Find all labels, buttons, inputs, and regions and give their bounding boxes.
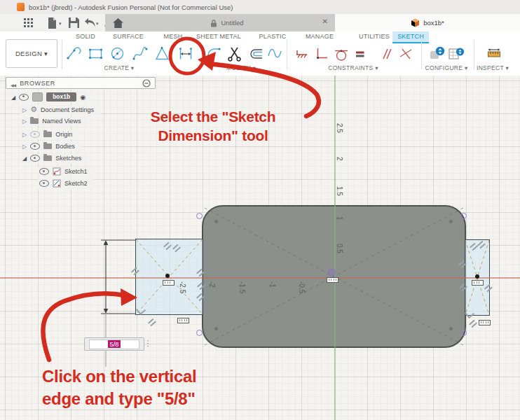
folder-icon (30, 118, 39, 124)
sketch-geometry-overlay (0, 76, 520, 420)
sketch-point[interactable] (196, 213, 203, 219)
symmetry-constraint-icon[interactable] (397, 45, 415, 63)
line-tool-icon[interactable] (65, 45, 83, 63)
expand-arrow-icon[interactable] (22, 155, 27, 162)
save-icon[interactable] (67, 16, 81, 29)
browser-header[interactable]: BROWSER (6, 77, 156, 89)
tab-sketch[interactable]: SKETCH (392, 31, 429, 43)
collapsed-arrow-icon[interactable] (22, 118, 27, 125)
parallel-constraint-icon[interactable] (377, 45, 395, 63)
corner-dot (449, 327, 453, 330)
collapsed-arrow-icon[interactable] (22, 131, 27, 138)
activate-radio-icon[interactable] (80, 94, 85, 101)
polygon-tool-icon[interactable] (153, 45, 172, 63)
circle-tool-icon[interactable] (109, 45, 127, 63)
dimension-glyph (479, 320, 491, 326)
root-component-label[interactable]: box1b (46, 92, 76, 102)
tab-utilities[interactable]: UTILITIES (359, 33, 390, 40)
collapsed-arrow-icon[interactable] (22, 106, 27, 113)
dimension-glyph (177, 318, 189, 323)
sketch-dimension-tool-icon[interactable] (177, 45, 195, 63)
browser-row-named-views[interactable]: Named Views (21, 117, 88, 126)
browser-row-sketch2[interactable]: Sketch2 (38, 178, 94, 189)
eye-icon[interactable] (30, 143, 40, 150)
curve-tool-icon[interactable] (266, 45, 284, 63)
group-modify-label[interactable]: MODIFY ▾ (226, 64, 256, 71)
row-label: Sketch1 (64, 168, 88, 175)
tab-plastic[interactable]: PLASTIC (259, 33, 287, 40)
midpoint-dot[interactable] (475, 274, 479, 279)
browser-row-sketches[interactable]: Sketches (21, 154, 88, 163)
configure-feature-icon[interactable] (428, 45, 446, 63)
file-menu-icon[interactable] (45, 16, 59, 29)
minimize-panel-icon[interactable] (142, 79, 151, 88)
divider (474, 40, 474, 69)
home-icon[interactable] (111, 16, 125, 29)
trim-tool-icon[interactable] (226, 45, 244, 63)
origin-point[interactable] (328, 269, 336, 276)
group-constraints-label[interactable]: CONSTRAINTS ▾ (328, 64, 378, 71)
design-workspace-button[interactable]: DESIGN ▾ (6, 39, 57, 68)
measure-icon[interactable] (485, 45, 503, 63)
divider (62, 40, 62, 69)
file-menu-caret-icon[interactable] (59, 21, 62, 27)
spline-tool-icon[interactable] (131, 45, 149, 63)
gear-icon (30, 106, 37, 113)
eye-icon[interactable] (19, 94, 29, 101)
equal-constraint-icon[interactable] (351, 45, 369, 63)
tab-mesh[interactable]: MESH (164, 33, 183, 40)
rectangle-tool-icon[interactable] (87, 45, 105, 63)
dimension-options-icon[interactable] (143, 337, 153, 349)
sketch-icon (53, 167, 61, 176)
group-configure-label[interactable]: CONFIGURE ▾ (425, 64, 468, 71)
browser-row-origin[interactable]: Origin (21, 130, 78, 139)
eye-icon[interactable] (39, 180, 49, 187)
sketch-point[interactable] (460, 330, 467, 336)
app-launcher-icon[interactable] (21, 16, 35, 29)
collapse-panel-icon[interactable] (11, 77, 15, 90)
collapsed-arrow-icon[interactable] (22, 143, 27, 150)
browser-row-bodies[interactable]: Bodies (21, 142, 81, 151)
sketch-point[interactable] (460, 213, 467, 219)
browser-row-root[interactable]: box1b (10, 92, 92, 103)
doc-tab-box1b[interactable]: box1b* (335, 14, 520, 31)
ribbon: SOLID SURFACE MESH SHEET METAL PLASTIC M… (0, 31, 520, 76)
dimension-input-field[interactable]: 5/8 (89, 340, 139, 349)
close-tab-icon[interactable] (322, 18, 328, 25)
configure-table-icon[interactable] (447, 45, 465, 63)
folder-icon (43, 144, 52, 149)
x-axis-label: -1 (268, 281, 276, 288)
y-axis-label: 1 (336, 216, 343, 220)
dimension-input-box[interactable]: 5/8 (84, 337, 144, 351)
sketch-point[interactable] (196, 330, 203, 336)
browser-row-document-settings[interactable]: Document Settings (21, 105, 100, 115)
browser-row-sketch1[interactable]: Sketch1 (38, 167, 94, 177)
doc-tab-box1b-label: box1b* (423, 19, 444, 27)
application-bar: Untitled box1b* (0, 14, 520, 31)
tab-manage[interactable]: MANAGE (306, 33, 334, 40)
x-axis-label: -1.5 (238, 281, 246, 293)
fix-constraint-icon[interactable] (293, 45, 311, 63)
eye-icon[interactable] (30, 131, 40, 138)
dimension-value[interactable]: 5/8 (108, 340, 120, 348)
tab-sheet-metal[interactable]: SHEET METAL (196, 33, 241, 40)
tab-solid[interactable]: SOLID (76, 33, 95, 40)
expand-arrow-icon[interactable] (11, 94, 15, 101)
row-label: Sketches (55, 155, 81, 162)
vertical-horizontal-constraint-icon[interactable] (313, 45, 331, 63)
midpoint-dot[interactable] (165, 274, 170, 278)
tangent-constraint-icon[interactable] (332, 45, 350, 63)
undo-caret-icon[interactable] (96, 21, 99, 27)
dimension-annotation (101, 240, 135, 314)
group-create-label[interactable]: CREATE ▾ (104, 64, 135, 71)
undo-icon[interactable] (83, 16, 97, 29)
offset-tool-icon[interactable] (247, 45, 265, 63)
fillet-tool-icon[interactable] (205, 45, 223, 63)
document-tabstrip: Untitled (105, 14, 336, 31)
eye-icon[interactable] (30, 155, 40, 162)
viewport-canvas[interactable]: 2.5 2 1.5 1 0.5 -2.5 -2 -1.5 -1 -0.5 5/8… (0, 76, 520, 420)
tab-surface[interactable]: SURFACE (113, 33, 144, 40)
eye-icon[interactable] (39, 168, 49, 175)
group-inspect-label[interactable]: INSPECT ▾ (477, 64, 509, 71)
doc-tab-untitled[interactable]: Untitled (119, 14, 335, 31)
